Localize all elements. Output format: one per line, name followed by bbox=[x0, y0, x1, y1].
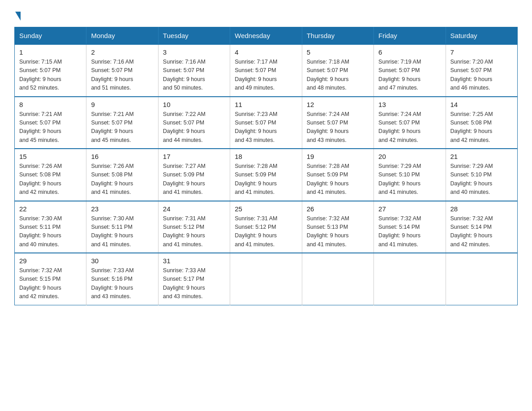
calendar-cell: 31Sunrise: 7:33 AMSunset: 5:17 PMDayligh… bbox=[158, 253, 230, 305]
day-info: Sunrise: 7:32 AMSunset: 5:14 PMDaylight:… bbox=[378, 214, 441, 249]
calendar-cell: 22Sunrise: 7:30 AMSunset: 5:11 PMDayligh… bbox=[15, 201, 86, 253]
day-info: Sunrise: 7:15 AMSunset: 5:07 PMDaylight:… bbox=[19, 58, 82, 93]
day-number: 7 bbox=[450, 48, 513, 56]
day-number: 6 bbox=[378, 48, 441, 56]
day-info: Sunrise: 7:16 AMSunset: 5:07 PMDaylight:… bbox=[91, 58, 153, 93]
logo bbox=[14, 11, 21, 20]
day-number: 10 bbox=[163, 101, 225, 108]
calendar-cell: 24Sunrise: 7:31 AMSunset: 5:12 PMDayligh… bbox=[158, 201, 230, 253]
calendar-cell: 6Sunrise: 7:19 AMSunset: 5:07 PMDaylight… bbox=[374, 44, 446, 97]
calendar-cell: 1Sunrise: 7:15 AMSunset: 5:07 PMDaylight… bbox=[15, 44, 86, 97]
day-info: Sunrise: 7:24 AMSunset: 5:07 PMDaylight:… bbox=[378, 110, 441, 145]
calendar-week-row: 1Sunrise: 7:15 AMSunset: 5:07 PMDaylight… bbox=[15, 44, 518, 97]
calendar-cell: 18Sunrise: 7:28 AMSunset: 5:09 PMDayligh… bbox=[230, 149, 302, 201]
calendar-cell: 2Sunrise: 7:16 AMSunset: 5:07 PMDaylight… bbox=[86, 44, 158, 97]
day-info: Sunrise: 7:32 AMSunset: 5:13 PMDaylight:… bbox=[307, 214, 369, 249]
calendar-cell: 29Sunrise: 7:32 AMSunset: 5:15 PMDayligh… bbox=[15, 253, 86, 305]
calendar-cell: 10Sunrise: 7:22 AMSunset: 5:07 PMDayligh… bbox=[158, 97, 230, 149]
day-info: Sunrise: 7:33 AMSunset: 5:16 PMDaylight:… bbox=[91, 266, 153, 301]
calendar-cell: 12Sunrise: 7:24 AMSunset: 5:07 PMDayligh… bbox=[302, 97, 373, 149]
day-info: Sunrise: 7:26 AMSunset: 5:08 PMDaylight:… bbox=[19, 162, 82, 197]
day-number: 22 bbox=[19, 205, 82, 213]
page-header bbox=[14, 11, 518, 20]
header-thursday: Thursday bbox=[302, 27, 373, 45]
calendar-cell: 20Sunrise: 7:29 AMSunset: 5:10 PMDayligh… bbox=[374, 149, 446, 201]
calendar-table: SundayMondayTuesdayWednesdayThursdayFrid… bbox=[14, 27, 518, 305]
day-number: 15 bbox=[19, 153, 82, 160]
header-friday: Friday bbox=[374, 27, 446, 45]
calendar-cell: 25Sunrise: 7:31 AMSunset: 5:12 PMDayligh… bbox=[230, 201, 302, 253]
calendar-cell: 19Sunrise: 7:28 AMSunset: 5:09 PMDayligh… bbox=[302, 149, 373, 201]
day-info: Sunrise: 7:21 AMSunset: 5:07 PMDaylight:… bbox=[19, 110, 82, 145]
calendar-cell bbox=[374, 253, 446, 305]
day-number: 25 bbox=[235, 205, 297, 213]
day-info: Sunrise: 7:29 AMSunset: 5:10 PMDaylight:… bbox=[450, 162, 513, 197]
calendar-cell: 11Sunrise: 7:23 AMSunset: 5:07 PMDayligh… bbox=[230, 97, 302, 149]
day-number: 13 bbox=[378, 101, 441, 108]
header-tuesday: Tuesday bbox=[158, 27, 230, 45]
calendar-cell: 27Sunrise: 7:32 AMSunset: 5:14 PMDayligh… bbox=[374, 201, 446, 253]
day-number: 18 bbox=[235, 153, 297, 160]
calendar-cell: 28Sunrise: 7:32 AMSunset: 5:14 PMDayligh… bbox=[446, 201, 517, 253]
day-info: Sunrise: 7:28 AMSunset: 5:09 PMDaylight:… bbox=[235, 162, 297, 197]
day-number: 3 bbox=[163, 48, 225, 56]
calendar-week-row: 29Sunrise: 7:32 AMSunset: 5:15 PMDayligh… bbox=[15, 253, 518, 305]
calendar-week-row: 22Sunrise: 7:30 AMSunset: 5:11 PMDayligh… bbox=[15, 201, 518, 253]
day-info: Sunrise: 7:27 AMSunset: 5:09 PMDaylight:… bbox=[163, 162, 225, 197]
day-info: Sunrise: 7:18 AMSunset: 5:07 PMDaylight:… bbox=[307, 58, 369, 93]
header-monday: Monday bbox=[86, 27, 158, 45]
calendar-cell: 17Sunrise: 7:27 AMSunset: 5:09 PMDayligh… bbox=[158, 149, 230, 201]
day-info: Sunrise: 7:24 AMSunset: 5:07 PMDaylight:… bbox=[307, 110, 369, 145]
calendar-cell: 26Sunrise: 7:32 AMSunset: 5:13 PMDayligh… bbox=[302, 201, 373, 253]
day-number: 27 bbox=[378, 205, 441, 213]
day-number: 30 bbox=[91, 257, 153, 265]
day-number: 28 bbox=[450, 205, 513, 213]
calendar-cell bbox=[446, 253, 517, 305]
header-sunday: Sunday bbox=[15, 27, 86, 45]
day-number: 17 bbox=[163, 153, 225, 160]
day-info: Sunrise: 7:20 AMSunset: 5:07 PMDaylight:… bbox=[450, 58, 513, 93]
day-info: Sunrise: 7:25 AMSunset: 5:08 PMDaylight:… bbox=[450, 110, 513, 145]
day-info: Sunrise: 7:17 AMSunset: 5:07 PMDaylight:… bbox=[235, 58, 297, 93]
day-number: 2 bbox=[91, 48, 153, 56]
day-number: 8 bbox=[19, 101, 82, 108]
calendar-cell: 3Sunrise: 7:16 AMSunset: 5:07 PMDaylight… bbox=[158, 44, 230, 97]
calendar-cell: 4Sunrise: 7:17 AMSunset: 5:07 PMDaylight… bbox=[230, 44, 302, 97]
day-info: Sunrise: 7:29 AMSunset: 5:10 PMDaylight:… bbox=[378, 162, 441, 197]
day-info: Sunrise: 7:33 AMSunset: 5:17 PMDaylight:… bbox=[163, 266, 225, 301]
calendar-cell bbox=[230, 253, 302, 305]
day-info: Sunrise: 7:32 AMSunset: 5:15 PMDaylight:… bbox=[19, 266, 82, 301]
day-info: Sunrise: 7:23 AMSunset: 5:07 PMDaylight:… bbox=[235, 110, 297, 145]
day-info: Sunrise: 7:28 AMSunset: 5:09 PMDaylight:… bbox=[307, 162, 369, 197]
day-number: 14 bbox=[450, 101, 513, 108]
day-number: 26 bbox=[307, 205, 369, 213]
calendar-cell: 21Sunrise: 7:29 AMSunset: 5:10 PMDayligh… bbox=[446, 149, 517, 201]
calendar-cell: 23Sunrise: 7:30 AMSunset: 5:11 PMDayligh… bbox=[86, 201, 158, 253]
calendar-cell: 9Sunrise: 7:21 AMSunset: 5:07 PMDaylight… bbox=[86, 97, 158, 149]
day-number: 11 bbox=[235, 101, 297, 108]
calendar-cell: 16Sunrise: 7:26 AMSunset: 5:08 PMDayligh… bbox=[86, 149, 158, 201]
logo-arrow-icon bbox=[15, 12, 21, 21]
day-number: 5 bbox=[307, 48, 369, 56]
day-number: 24 bbox=[163, 205, 225, 213]
header-saturday: Saturday bbox=[446, 27, 517, 45]
calendar-cell: 5Sunrise: 7:18 AMSunset: 5:07 PMDaylight… bbox=[302, 44, 373, 97]
day-info: Sunrise: 7:22 AMSunset: 5:07 PMDaylight:… bbox=[163, 110, 225, 145]
calendar-cell: 7Sunrise: 7:20 AMSunset: 5:07 PMDaylight… bbox=[446, 44, 517, 97]
day-number: 4 bbox=[235, 48, 297, 56]
day-number: 29 bbox=[19, 257, 82, 265]
calendar-cell: 13Sunrise: 7:24 AMSunset: 5:07 PMDayligh… bbox=[374, 97, 446, 149]
day-number: 23 bbox=[91, 205, 153, 213]
calendar-header-row: SundayMondayTuesdayWednesdayThursdayFrid… bbox=[15, 27, 518, 45]
calendar-cell: 8Sunrise: 7:21 AMSunset: 5:07 PMDaylight… bbox=[15, 97, 86, 149]
day-number: 9 bbox=[91, 101, 153, 108]
day-number: 20 bbox=[378, 153, 441, 160]
day-info: Sunrise: 7:31 AMSunset: 5:12 PMDaylight:… bbox=[235, 214, 297, 249]
day-number: 19 bbox=[307, 153, 369, 160]
day-number: 16 bbox=[91, 153, 153, 160]
day-info: Sunrise: 7:16 AMSunset: 5:07 PMDaylight:… bbox=[163, 58, 225, 93]
calendar-cell: 30Sunrise: 7:33 AMSunset: 5:16 PMDayligh… bbox=[86, 253, 158, 305]
day-info: Sunrise: 7:30 AMSunset: 5:11 PMDaylight:… bbox=[91, 214, 153, 249]
calendar-cell: 15Sunrise: 7:26 AMSunset: 5:08 PMDayligh… bbox=[15, 149, 86, 201]
day-number: 31 bbox=[163, 257, 225, 265]
